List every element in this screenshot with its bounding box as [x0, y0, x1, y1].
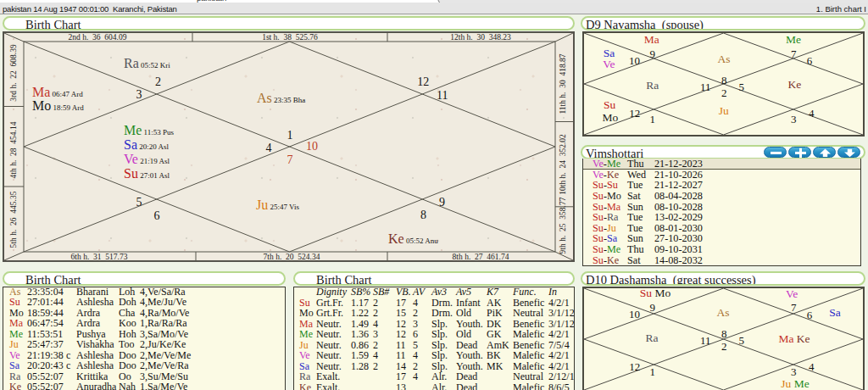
zoom-in-button[interactable]: [788, 147, 811, 158]
strengths-table-title: Birth Chart: [316, 273, 372, 286]
text: 18:59 Ard: [51, 103, 84, 112]
text: Su: [640, 287, 652, 299]
text: 13-02-2029: [654, 212, 703, 223]
text: Ve: [603, 58, 615, 70]
text: 20:20 Asl: [137, 142, 169, 151]
dasha-row[interactable]: Su-RaTue13-02-2029: [583, 212, 860, 223]
status-bar: pakistan 14 Aug 1947 00:01:00 Karanchi, …: [0, 3, 868, 14]
text: Koo: [119, 318, 136, 329]
zoom-out-button[interactable]: [764, 147, 787, 158]
house-number: 9: [649, 302, 655, 313]
planet-label: Ma Ke: [778, 333, 810, 345]
planet-label: Mo: [603, 112, 619, 124]
text: 1,Sa/Me/Ve: [140, 382, 187, 390]
house-cusp-label: 3rd h. 22 608.39: [10, 44, 19, 101]
scroll-up-button[interactable]: [813, 147, 836, 158]
table-row: Ke05:52:07AnuradhaNah1,Sa/Me/Ve: [3, 382, 285, 390]
text: 2: [373, 308, 378, 319]
strengths-table-header: Birth Chart: [293, 271, 575, 286]
vimshottari-dasha-list[interactable]: Ve-MeThu21-12-2023Ve-KeWed21-10-2026Su-S…: [582, 159, 861, 266]
house-number: 7: [287, 154, 293, 166]
d10-chart-canvas[interactable]: 910768115212134Su MoAsVeSaRaMa KeJu Me: [582, 287, 865, 390]
text: Old: [456, 329, 471, 340]
dasha-row[interactable]: Su-JuTue08-01-2030: [583, 223, 860, 234]
text: Su: [593, 254, 604, 266]
text: Neutral: [513, 308, 543, 319]
text: 12: [396, 329, 406, 340]
table-row: Su27:01:44AshleshaDoh4,Me/Ju/Ve: [3, 297, 285, 308]
dasha-row[interactable]: Ve-MeThu21-12-2023: [583, 159, 860, 170]
house-number: 3: [791, 366, 797, 377]
text: 23:35 Bha: [272, 96, 306, 104]
house-cusp-label: 7th h. 20 524.34: [264, 254, 320, 262]
text: Too: [119, 339, 135, 350]
text: Nah: [119, 382, 136, 390]
text: 2/12/11: [548, 371, 575, 382]
d9-chart-canvas[interactable]: 910768115212134MaMeSaVeAsRaKeSuMoJu: [582, 31, 865, 136]
dasha-row[interactable]: Su-MaSun08-10-2028: [583, 202, 860, 213]
planet-label: Ma 06:47 Ard: [32, 86, 83, 99]
text: Grt.Fr.: [316, 308, 343, 319]
d10-header: D10 Dashamsha (great successes): [581, 271, 865, 286]
text: Me: [794, 377, 810, 390]
text: Alr.: [431, 371, 447, 382]
planet-label: Ju Me: [781, 378, 809, 390]
text: Thu: [627, 159, 644, 170]
text: Ra: [124, 56, 139, 70]
text: Sa: [829, 306, 841, 319]
house-number: 6: [807, 55, 813, 66]
text: Alr.: [431, 382, 447, 390]
dasha-row[interactable]: Ve-KeWed21-10-2026: [583, 170, 860, 181]
table-row: KeExalt.13Alr.DeadMalefic8/6/5: [294, 382, 574, 390]
text: Me: [299, 329, 313, 340]
house-cusp-label: 4th h. 28 454.14: [10, 122, 19, 179]
text: Old: [456, 308, 471, 319]
house-number: 10: [306, 141, 318, 153]
text: 21:19 Asl: [138, 157, 170, 165]
text: As: [257, 91, 272, 105]
text: Vishakha: [76, 339, 114, 350]
minus-icon: [765, 148, 787, 159]
house-cusp-label: 12th h. 30 348.23: [450, 34, 511, 42]
text: 1.22: [351, 308, 369, 319]
planet-label: Su: [604, 100, 615, 112]
text: Neutral: [513, 371, 543, 382]
table-row: Ju25:47:37VishakhaToo2,Ju/Ke/Ke: [3, 339, 285, 350]
text: 06:47:54: [27, 318, 64, 329]
text: Mo: [32, 98, 51, 113]
dasha-row[interactable]: Su-MeThu09-10-2031: [583, 244, 860, 255]
house-cusp-label: 5th h. 26 445.35: [10, 192, 19, 248]
text: Ve: [786, 287, 798, 300]
dasha-row[interactable]: Su-MoSat08-04-2028: [583, 191, 860, 202]
house-number: 6: [154, 210, 160, 222]
house-number: 11: [700, 81, 711, 92]
dasha-row[interactable]: Su-KeSat14-08-2032: [583, 255, 860, 266]
text: BK: [487, 350, 501, 361]
house-number: 1: [287, 130, 293, 142]
house-cusp-label: 11th h. 30 418.87: [559, 53, 568, 114]
text: Malefic: [513, 382, 544, 390]
dasha-row[interactable]: Su-SaSun27-10-2030: [583, 233, 860, 244]
planet-label: Ve: [603, 58, 615, 70]
text: 05:52:07: [27, 382, 64, 390]
house-number: 3: [136, 89, 142, 101]
table-row: MoGrt.Fr.1.222152Drm.OldPiKNeutral3/1/12: [294, 308, 574, 319]
planet-label: Ve 21:19 Asl: [124, 153, 170, 166]
birth-chart-canvas[interactable]: 2nd h. 36 604.091st h. 38 525.7612th h. …: [3, 31, 575, 262]
text: Ma: [32, 85, 50, 99]
status-view-name: 1. Birth chart I: [816, 4, 866, 14]
text: K7: [487, 287, 498, 298]
house-number: 7: [791, 302, 797, 313]
house-number: 9: [649, 48, 655, 59]
text: Ashlesha: [76, 360, 114, 371]
text: Ke: [787, 79, 801, 92]
text: Me: [786, 34, 801, 47]
house-number: 4: [809, 360, 815, 371]
scroll-down-button[interactable]: [837, 147, 860, 158]
house-number: 11: [700, 335, 711, 346]
text: 20:20:43: [27, 360, 64, 371]
down-icon: [838, 148, 861, 159]
text: Ma: [644, 34, 659, 47]
dasha-row[interactable]: Su-SuTue21-12-2027: [583, 180, 860, 191]
house-number: 2: [155, 76, 161, 88]
